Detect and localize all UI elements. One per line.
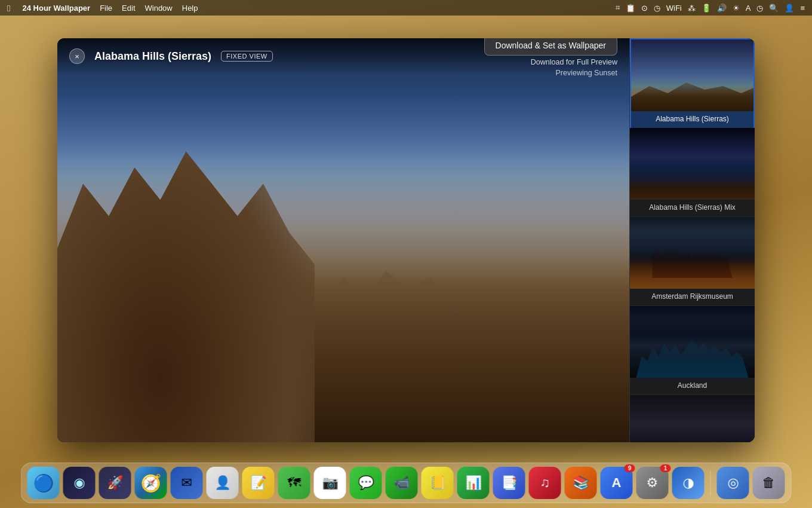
dock-notes2[interactable]: 📒 [422,467,454,499]
dock-music[interactable]: ♫ [529,467,561,499]
search-icon[interactable]: 🔍 [769,4,779,13]
numbers-icon: 📊 [465,475,481,491]
dock-mail[interactable]: ✉ [171,467,203,499]
sidebar-label-amsterdam: Amsterdam Rijksmuseum [630,289,755,305]
wallpaper-title: Alabama Hills (Sierras) [94,50,211,63]
dock-photos[interactable]: 📷 [314,467,346,499]
dock-launchpad[interactable]: 🚀 [99,467,131,499]
thumbnail-alabama-hills [631,39,753,111]
menubar-right: ⌗ 📋 ⊙ ◷ WiFi ⁂ 🔋 🔊 ☀ A ◷ 🔍 👤 ≡ [616,3,805,13]
books-icon: 📚 [573,475,589,491]
keyboard-icon: A [746,4,751,13]
mail-icon: ✉ [182,475,192,491]
download-wallpaper-button[interactable]: Download & Set as Wallpaper [484,38,617,56]
dock-books[interactable]: 📚 [565,467,597,499]
messages-icon: 💬 [358,475,374,491]
dock-facetime[interactable]: 📹 [386,467,418,499]
bluetooth-icon[interactable]: ⁂ [688,4,696,13]
sidebar-item-alabama-hills[interactable]: Alabama Hills (Sierras) [630,38,755,128]
thumbnail-alabama-hills-mix [630,128,755,200]
sidebar-item-alabama-hills-mix[interactable]: Alabama Hills (Sierras) Mix [630,128,755,217]
sidebar-item-auckland[interactable]: Auckland [630,306,755,395]
thumbnail-auckland [630,306,755,378]
notes2-icon: 📒 [429,475,445,491]
controlcenter-icon[interactable]: ≡ [800,4,805,13]
trash-icon: 🗑 [762,475,776,491]
dock-messages[interactable]: 💬 [350,467,382,499]
amsterdam-lights-overlay [630,260,755,289]
facetime-icon: 📹 [393,475,410,491]
dock-notes[interactable]: 📝 [242,467,275,499]
volume-icon[interactable]: 🔊 [717,4,727,13]
maps-icon: 🗺 [288,475,301,491]
dock-contacts[interactable]: 👤 [207,467,239,499]
safari-icon: 🧭 [140,473,161,493]
dock-appstore[interactable]: A 9 [601,467,633,499]
menubar-left:  24 Hour Wallpaper File Edit Window Hel… [7,3,198,13]
sidebar-label-auckland: Auckland [630,378,755,394]
dock-trash[interactable]: 🗑 [753,467,785,499]
dock: 🔵 ◉ 🚀 🧭 ✉ 👤 📝 🗺 📷 💬 📹 📒 📊 📑 ♫ 📚 [21,463,792,503]
thumbnail-next [630,395,755,442]
close-button[interactable]: × [69,48,85,64]
apple-logo-icon[interactable]:  [7,3,10,13]
airdrop-icon: ◎ [727,475,739,491]
system-prefs-badge: 1 [660,464,671,472]
sidebar-label-alabama-hills-mix: Alabama Hills (Sierras) Mix [630,200,755,216]
wifi-icon[interactable]: WiFi [666,4,682,13]
thumbnail-amsterdam [630,217,755,289]
launchpad-icon: 🚀 [107,475,123,491]
timemachine-icon: ◷ [654,4,660,13]
sidebar-label-alabama-hills: Alabama Hills (Sierras) [631,111,753,128]
menu-app-name[interactable]: 24 Hour Wallpaper [22,4,90,13]
previewing-status: Previewing Sunset [555,69,617,77]
preview-header: × Alabama Hills (Sierras) FIXED VIEW Dow… [57,38,629,74]
dock-keynote[interactable]: 📑 [493,467,525,499]
dock-maps[interactable]: 🗺 [278,467,310,499]
menu-help[interactable]: Help [182,4,198,13]
appstore-icon: A [612,475,622,491]
sidebar: Alabama Hills (Sierras) Alabama Hills (S… [629,38,755,442]
battery-icon: 🔋 [702,4,711,13]
sidebar-item-next[interactable] [630,395,755,442]
menu-window[interactable]: Window [145,4,173,13]
klokki-icon: ⌗ [616,3,620,13]
app-window: × Alabama Hills (Sierras) FIXED VIEW Dow… [57,38,755,442]
dock-safari[interactable]: 🧭 [135,467,167,499]
dock-finder[interactable]: 🔵 [27,467,60,499]
preview-area: × Alabama Hills (Sierras) FIXED VIEW Dow… [57,38,629,442]
photos-icon: 📷 [322,475,338,491]
siri-icon: ◉ [73,475,85,491]
menu-edit[interactable]: Edit [122,4,135,13]
header-actions: Download & Set as Wallpaper Download for… [484,38,617,77]
download-full-link[interactable]: Download for Full Preview [531,58,617,66]
fixed-view-badge: FIXED VIEW [221,51,273,62]
record-icon: ⊙ [641,4,648,13]
clipboard-icon: 📋 [626,4,635,13]
dock-siri[interactable]: ◉ [63,467,96,499]
keynote-icon: 📑 [501,475,517,491]
dock-airdrop[interactable]: ◎ [717,467,749,499]
dock-divider [710,471,711,495]
system-prefs-icon: ⚙ [647,475,659,491]
notes-icon: 📝 [250,475,266,491]
avatar-icon: 👤 [785,4,794,13]
macos-icon: ◑ [682,475,694,491]
dock-macos-sequoia[interactable]: ◑ [672,467,705,499]
dock-system-preferences[interactable]: ⚙ 1 [636,467,669,499]
appstore-badge: 9 [625,464,635,472]
music-icon: ♫ [540,475,550,491]
brightness-icon[interactable]: ☀ [733,4,740,13]
finder-icon: 🔵 [33,473,54,493]
sidebar-item-amsterdam[interactable]: Amsterdam Rijksmuseum [630,217,755,306]
menu-file[interactable]: File [100,4,112,13]
contacts-icon: 👤 [214,475,230,491]
menubar:  24 Hour Wallpaper File Edit Window Hel… [0,0,812,16]
time-icon: ◷ [756,4,763,13]
dock-numbers[interactable]: 📊 [457,467,490,499]
